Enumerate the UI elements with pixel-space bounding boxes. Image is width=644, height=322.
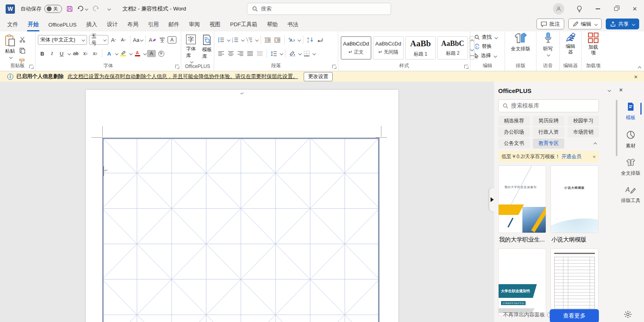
subscript-button[interactable]: x2 — [81, 49, 90, 58]
template-card[interactable]: 小说大纲模版— — [551, 165, 598, 233]
multilevel-list-icon[interactable]: 1ai — [245, 35, 254, 44]
chip-校园学习[interactable]: 校园学习 — [567, 116, 599, 126]
chip-市场营销[interactable]: 市场营销 — [567, 127, 599, 137]
strikethrough-button[interactable]: ab — [71, 49, 80, 58]
clipboard-dialog-launcher[interactable] — [29, 65, 33, 68]
undo-button[interactable] — [77, 4, 88, 14]
italic-button[interactable]: I — [48, 49, 56, 58]
infobar-message-link[interactable]: 此文档已设置为在保存时自动删除个人信息，并且可能会降低协作体验。请仅在需要时保留… — [68, 73, 298, 80]
autosave-toggle[interactable]: 关 — [44, 5, 62, 13]
distribute-icon[interactable] — [255, 49, 264, 58]
chip-教育专区[interactable]: 教育专区 — [533, 138, 564, 149]
select-button[interactable]: 选择 — [474, 52, 502, 59]
tab-邮件[interactable]: 邮件 — [164, 18, 184, 31]
autosave-control[interactable]: 自动保存 关 — [21, 5, 62, 13]
undo-dropdown-icon[interactable] — [85, 7, 88, 10]
save-icon[interactable] — [64, 4, 75, 14]
quick-access-more-icon[interactable] — [103, 4, 114, 14]
settings-gear-icon[interactable] — [624, 310, 632, 320]
chip-行政人资[interactable]: 行政人资 — [533, 127, 564, 137]
copy-icon[interactable] — [18, 46, 27, 55]
change-case-icon[interactable]: Aa — [133, 35, 143, 44]
align-left-icon[interactable] — [217, 49, 226, 58]
font-dialog-launcher[interactable] — [175, 65, 179, 68]
view-more-button[interactable]: 查看更多 — [550, 309, 599, 322]
char-shading-icon[interactable]: A — [147, 50, 156, 57]
chip-简历应聘[interactable]: 简历应聘 — [533, 116, 564, 126]
show-marks-icon[interactable] — [315, 35, 324, 44]
template-card[interactable] — [551, 248, 598, 316]
align-right-icon[interactable] — [236, 49, 245, 58]
font-size-select[interactable]: 五号 — [89, 35, 108, 45]
underline-button[interactable]: U — [57, 49, 66, 58]
shrink-font-icon[interactable]: A˅ — [119, 35, 128, 44]
template-card[interactable]: 我的大学职业生涯规划 — [498, 165, 546, 233]
template-label[interactable]: 小说大纲模版 — [551, 233, 598, 248]
restore-button[interactable] — [607, 0, 625, 18]
document-page[interactable]: ↵ ↵ — [86, 90, 398, 322]
sidebar-item-素材[interactable]: 素材 — [617, 130, 644, 149]
template-search-input[interactable]: 搜索模板库 — [498, 99, 599, 112]
document-area[interactable]: ↵ ↵ 应注意的建议 我们将在您工作时跟踪辅助功能 — [0, 82, 494, 322]
tab-PDF工具箱[interactable]: PDF工具箱 — [225, 18, 262, 31]
edit-mode-button[interactable]: 编辑 — [568, 19, 602, 29]
shading-icon[interactable] — [288, 49, 297, 58]
sidebar-item-排版工具[interactable]: A排版工具 — [617, 186, 644, 204]
chip-公务文书[interactable]: 公务文书 — [498, 138, 530, 149]
comments-button[interactable]: 批注 — [536, 19, 564, 29]
collapse-ribbon-icon[interactable] — [638, 66, 641, 70]
tab-文件[interactable]: 文件 — [2, 18, 23, 31]
redo-button[interactable] — [90, 4, 101, 14]
tab-插入[interactable]: 插入 — [81, 18, 102, 31]
character-border-icon[interactable]: A — [168, 36, 176, 43]
increase-indent-icon[interactable] — [273, 35, 282, 44]
close-button[interactable]: × — [625, 0, 644, 18]
template-card[interactable]: · · · · · · · · ·大学生职业规划书(计算机科学与技术专业) — [498, 248, 546, 316]
underline-dropdown-icon[interactable] — [68, 52, 71, 55]
chip-办公职场[interactable]: 办公职场 — [498, 127, 530, 137]
search-input[interactable]: 搜索 — [247, 3, 391, 15]
chip-精选推荐[interactable]: 精选推荐 — [498, 116, 530, 126]
decrease-indent-icon[interactable] — [263, 35, 272, 44]
asian-layout-icon[interactable]: A — [287, 35, 296, 44]
paste-dropdown-icon[interactable] — [9, 56, 12, 59]
replace-button[interactable]: b 替换 — [474, 43, 502, 50]
tab-帮助[interactable]: 帮助 — [262, 18, 283, 31]
tab-视图[interactable]: 视图 — [205, 18, 225, 31]
justify-icon[interactable] — [246, 49, 255, 58]
font-library-button[interactable]: 字 字体库 — [184, 34, 198, 64]
grow-font-icon[interactable]: A^ — [109, 35, 118, 44]
borders-icon[interactable] — [302, 49, 311, 58]
promo-close-icon[interactable]: × — [592, 154, 596, 160]
tab-布局[interactable]: 布局 — [122, 18, 143, 31]
find-button[interactable]: 查找 — [474, 34, 502, 41]
bullet-list-icon[interactable] — [217, 35, 226, 44]
tab-开始[interactable]: 开始 — [23, 18, 43, 31]
template-library-button[interactable]: 模板库 — [200, 34, 214, 64]
sort-icon[interactable]: AZ — [306, 35, 315, 44]
enclose-char-icon[interactable]: 字 — [157, 49, 166, 58]
style-card-无间隔[interactable]: AaBbCcDd↵ 无间隔 — [373, 36, 404, 60]
style-card-正文[interactable]: AaBbCcDd↵ 正文 — [341, 36, 371, 60]
tips-lightbulb-icon[interactable] — [570, 0, 588, 18]
number-list-icon[interactable]: 123 — [231, 35, 240, 44]
style-card-标题 2[interactable]: AaBbC标题 2 — [437, 36, 468, 60]
sidebar-item-模板[interactable]: 模板 — [617, 102, 644, 121]
pane-collapse-handle[interactable] — [489, 188, 495, 211]
infobar-close-icon[interactable]: × — [634, 73, 638, 80]
tab-OfficePLUS[interactable]: OfficePLUS — [43, 19, 81, 31]
membership-promo[interactable]: 低至￥0.2/天享百万模板！ 开通会员 × — [498, 151, 599, 162]
superscript-button[interactable]: x2 — [91, 49, 99, 58]
tab-引用[interactable]: 引用 — [143, 18, 164, 31]
template-label[interactable]: 我的大学职业生... — [498, 233, 546, 248]
calligraphy-grid[interactable] — [102, 138, 380, 322]
cut-icon[interactable] — [18, 35, 27, 44]
highlight-color-icon[interactable] — [119, 49, 128, 58]
clear-format-icon[interactable]: A — [148, 35, 157, 44]
pane-collapse-icon[interactable] — [608, 89, 611, 92]
style-card-标题 1[interactable]: AaBb标题 1 — [405, 36, 436, 60]
text-effects-icon[interactable]: A — [105, 49, 114, 58]
bold-button[interactable]: B — [38, 49, 47, 58]
font-name-select[interactable]: 宋体 (中文正文) — [38, 35, 87, 45]
font-color-icon[interactable]: A — [133, 49, 142, 58]
